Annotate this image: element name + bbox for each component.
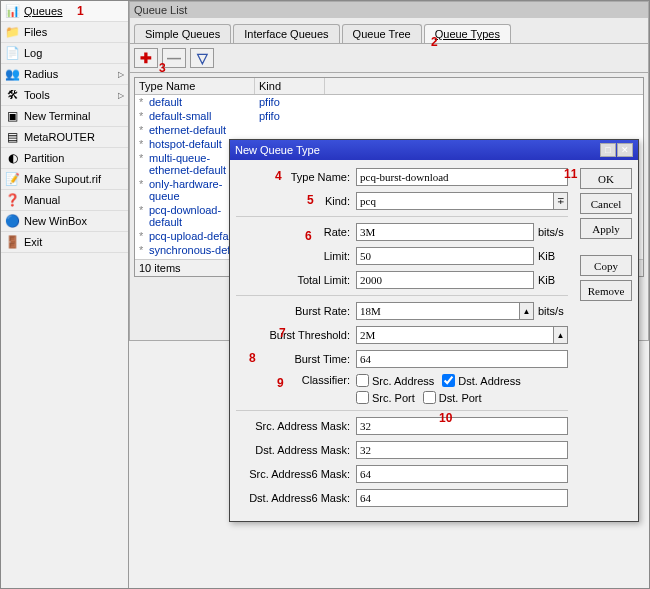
checkbox-label: Src. Address — [372, 375, 434, 387]
sidebar-item-label: Log — [24, 47, 42, 59]
window-close-button[interactable]: ✕ — [617, 143, 633, 157]
add-button[interactable]: ✚ — [134, 48, 158, 68]
table-row[interactable]: *defaultpfifo — [135, 95, 643, 109]
sidebar-item-label: Queues — [24, 5, 63, 17]
limit-label: Limit: — [236, 250, 356, 262]
sidebar-item-label: Manual — [24, 194, 60, 206]
sidebar-item-queues[interactable]: 📊Queues — [1, 1, 128, 22]
limit-input[interactable] — [356, 247, 534, 265]
dst-mask-input[interactable] — [356, 441, 568, 459]
classifier-dst-port-checkbox[interactable] — [423, 391, 436, 404]
checkbox-label: Dst. Address — [458, 375, 520, 387]
tools-icon: 🛠 — [5, 88, 20, 103]
sidebar-item-label: Files — [24, 26, 47, 38]
sidebar-item-manual[interactable]: ❓Manual — [1, 190, 128, 211]
kind-label: Kind: — [236, 195, 356, 207]
classifier-dst-address-checkbox[interactable] — [442, 374, 455, 387]
remove-button[interactable]: Remove — [580, 280, 632, 301]
sidebar-item-label: Partition — [24, 152, 64, 164]
classifier-src-port-checkbox[interactable] — [356, 391, 369, 404]
sidebar-item-label: Make Supout.rif — [24, 173, 101, 185]
annotation-8: 8 — [249, 351, 256, 365]
sidebar-item-files[interactable]: 📁Files — [1, 22, 128, 43]
annotation-9: 9 — [277, 376, 284, 390]
dialog-form: Type Name: Kind:∓ Rate:bits/s Limit:KiB … — [230, 160, 574, 521]
burst-threshold-input[interactable] — [356, 326, 554, 344]
src-mask6-label: Src. Address6 Mask: — [236, 468, 356, 480]
burst-time-input[interactable] — [356, 350, 568, 368]
dialog-title: New Queue Type — [235, 144, 320, 156]
sidebar-item-make-supout[interactable]: 📝Make Supout.rif — [1, 169, 128, 190]
burst-threshold-label: Burst Threshold: — [236, 329, 356, 341]
rate-label: Rate: — [236, 226, 356, 238]
burst-rate-spinner[interactable]: ▲ — [520, 302, 534, 320]
exit-icon: 🚪 — [5, 235, 20, 250]
rate-input[interactable] — [356, 223, 534, 241]
burst-threshold-spinner[interactable]: ▲ — [554, 326, 568, 344]
metarouter-icon: ▤ — [5, 130, 20, 145]
tab-queue-tree[interactable]: Queue Tree — [342, 24, 422, 43]
kind-input[interactable] — [356, 192, 554, 210]
burst-rate-input[interactable] — [356, 302, 520, 320]
sidebar-item-label: Exit — [24, 236, 42, 248]
dst-mask6-label: Dst. Address6 Mask: — [236, 492, 356, 504]
sidebar-item-label: MetaROUTER — [24, 131, 95, 143]
sidebar-item-radius[interactable]: 👥Radius▷ — [1, 64, 128, 85]
copy-button[interactable]: Copy — [580, 255, 632, 276]
dialog-buttons: OK Cancel Apply Copy Remove — [574, 160, 638, 521]
annotation-10: 10 — [439, 411, 452, 425]
annotation-2: 2 — [431, 35, 438, 49]
window-maximize-button[interactable]: □ — [600, 143, 616, 157]
sidebar-item-tools[interactable]: 🛠Tools▷ — [1, 85, 128, 106]
ok-button[interactable]: OK — [580, 168, 632, 189]
sidebar-item-metarouter[interactable]: ▤MetaROUTER — [1, 127, 128, 148]
annotation-7: 7 — [279, 326, 286, 340]
burst-rate-label: Burst Rate: — [236, 305, 356, 317]
total-limit-label: Total Limit: — [236, 274, 356, 286]
unit-label: bits/s — [534, 305, 568, 317]
radius-icon: 👥 — [5, 67, 20, 82]
annotation-6: 6 — [305, 229, 312, 243]
src-mask6-input[interactable] — [356, 465, 568, 483]
manual-icon: ❓ — [5, 193, 20, 208]
log-icon: 📄 — [5, 46, 20, 61]
col-kind[interactable]: Kind — [255, 78, 325, 94]
dialog-titlebar[interactable]: New Queue Type □ ✕ — [230, 140, 638, 160]
table-row[interactable]: *ethernet-default — [135, 123, 643, 137]
sidebar: 📊Queues 📁Files 📄Log 👥Radius▷ 🛠Tools▷ ▣Ne… — [1, 1, 129, 589]
terminal-icon: ▣ — [5, 109, 20, 124]
list-header: Type Name Kind — [135, 78, 643, 95]
type-name-input[interactable] — [356, 168, 568, 186]
table-row[interactable]: *default-smallpfifo — [135, 109, 643, 123]
filter-button[interactable]: ▽ — [190, 48, 214, 68]
classifier-src-address-checkbox[interactable] — [356, 374, 369, 387]
cell-kind: pfifo — [255, 109, 284, 123]
new-queue-type-dialog: New Queue Type □ ✕ Type Name: Kind:∓ Rat… — [229, 139, 639, 522]
partition-icon: ◐ — [5, 151, 20, 166]
cell-kind: pfifo — [255, 95, 284, 109]
dst-mask6-input[interactable] — [356, 489, 568, 507]
type-name-label: Type Name: — [236, 171, 356, 183]
total-limit-input[interactable] — [356, 271, 534, 289]
sidebar-item-log[interactable]: 📄Log — [1, 43, 128, 64]
unit-label: KiB — [534, 274, 568, 286]
kind-dropdown-button[interactable]: ∓ — [554, 192, 568, 210]
col-type-name[interactable]: Type Name — [135, 78, 255, 94]
tab-label: Queue Types — [435, 28, 500, 40]
sidebar-item-partition[interactable]: ◐Partition — [1, 148, 128, 169]
sidebar-item-new-terminal[interactable]: ▣New Terminal — [1, 106, 128, 127]
sidebar-item-exit[interactable]: 🚪Exit — [1, 232, 128, 253]
tab-interface-queues[interactable]: Interface Queues — [233, 24, 339, 43]
checkbox-label: Dst. Port — [439, 392, 482, 404]
tab-simple-queues[interactable]: Simple Queues — [134, 24, 231, 43]
src-mask-input[interactable] — [356, 417, 568, 435]
supout-icon: 📝 — [5, 172, 20, 187]
apply-button[interactable]: Apply — [580, 218, 632, 239]
sidebar-item-label: Tools — [24, 89, 50, 101]
queues-icon: 📊 — [5, 4, 20, 19]
chevron-right-icon: ▷ — [118, 70, 124, 79]
toolbar: ✚ — ▽ — [130, 44, 648, 73]
sidebar-item-new-winbox[interactable]: 🔵New WinBox — [1, 211, 128, 232]
cancel-button[interactable]: Cancel — [580, 193, 632, 214]
annotation-4: 4 — [275, 169, 282, 183]
